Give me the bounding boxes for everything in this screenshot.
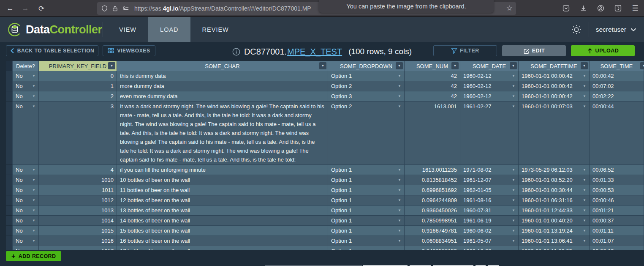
theme-toggle-sun-icon[interactable] — [571, 24, 582, 35]
dropdown-arrow-icon[interactable]: ▼ — [396, 206, 401, 215]
info-icon[interactable] — [232, 48, 240, 56]
row-handle[interactable] — [6, 175, 13, 185]
some-num-cell[interactable]: 42 — [405, 81, 460, 91]
row-handle[interactable] — [6, 226, 13, 236]
delete-cell[interactable]: No▼ — [13, 101, 39, 165]
tab-load[interactable]: LOAD — [148, 17, 190, 42]
dropdown-arrow-icon[interactable]: ▼ — [581, 196, 586, 205]
bookmark-star-icon[interactable]: ☆ — [506, 4, 513, 13]
some-datetime-cell[interactable]: 1960-01-01 00:00:42▼ — [519, 81, 590, 91]
some-char-cell[interactable]: if you can fill the unforgiving minute — [117, 165, 328, 175]
some-num-cell[interactable]: 0.6996851692 — [405, 185, 460, 195]
dropdown-arrow-icon[interactable]: ▼ — [30, 176, 35, 184]
dropdown-arrow-icon[interactable]: ▼ — [581, 92, 586, 101]
some-date-cell[interactable]: 1961-05-07▼ — [460, 236, 519, 246]
column-header-some-num[interactable]: SOME_NUM▼ — [405, 61, 460, 71]
some-datetime-cell[interactable]: 1960-01-01 12:44:33▼ — [519, 206, 590, 216]
some-date-cell[interactable]: 1961-06-19▼ — [460, 216, 519, 226]
some-char-cell[interactable]: even more dummy data — [117, 91, 328, 101]
primary-key-cell[interactable]: 1013 — [39, 206, 117, 216]
some-date-cell[interactable]: 1971-08-02▼ — [460, 165, 519, 175]
edit-button[interactable]: EDIT — [502, 45, 566, 56]
some-datetime-cell[interactable]: 1960-01-01 13:19:24▼ — [519, 226, 590, 236]
some-datetime-cell[interactable]: 1960-01-01 00:07:03▼ — [519, 101, 590, 165]
some-date-cell[interactable]: 1962-01-05▼ — [460, 185, 519, 195]
some-dropdown-cell[interactable]: Option 1▼ — [328, 175, 405, 185]
browser-reload-icon[interactable]: ⟳ — [36, 3, 46, 14]
tab-view[interactable]: VIEW — [107, 17, 148, 42]
primary-key-cell[interactable]: 1016 — [39, 236, 117, 246]
dropdown-arrow-icon[interactable]: ▼ — [510, 165, 515, 174]
menu-icon[interactable]: ☰ — [630, 3, 640, 13]
dropdown-arrow-icon[interactable]: ▼ — [30, 71, 35, 80]
permissions-icon[interactable] — [122, 5, 130, 11]
primary-key-cell[interactable]: 1011 — [39, 185, 117, 195]
dropdown-arrow-icon[interactable]: ▼ — [396, 226, 401, 235]
dropdown-arrow-icon[interactable]: ▼ — [510, 186, 515, 195]
delete-cell[interactable]: No▼ — [13, 226, 39, 236]
lock-icon[interactable] — [112, 5, 118, 12]
dropdown-arrow-icon[interactable]: ▼ — [581, 206, 586, 215]
row-handle[interactable] — [6, 236, 13, 246]
some-num-cell[interactable]: 0.7850998951 — [405, 216, 460, 226]
some-time-cell[interactable]: 00:00:42 — [590, 71, 644, 81]
some-time-cell[interactable]: 00:00:37 — [590, 216, 644, 226]
some-time-cell[interactable]: 00:00:53 — [590, 185, 644, 195]
some-time-cell[interactable]: 00:01:07 — [590, 236, 644, 246]
some-char-cell[interactable]: 12 bottles of beer on the wall — [117, 195, 328, 206]
browser-forward-icon[interactable]: → — [20, 3, 30, 14]
dropdown-arrow-icon[interactable]: ▼ — [396, 82, 401, 90]
browser-back-icon[interactable]: ← — [5, 3, 15, 14]
dropdown-arrow-icon[interactable]: ▼ — [396, 216, 401, 225]
column-header-some-char[interactable]: SOME_CHAR▼ — [117, 61, 328, 71]
column-header-some-time[interactable]: SOME_TIME▼ — [590, 61, 644, 71]
dropdown-arrow-icon[interactable]: ▼ — [30, 92, 35, 101]
delete-cell[interactable]: No▼ — [13, 71, 39, 81]
some-time-cell[interactable]: 00:00:44 — [590, 101, 644, 165]
app-logo[interactable]: DataController — [8, 22, 102, 37]
primary-key-cell[interactable]: 1015 — [39, 226, 117, 236]
delete-cell[interactable]: No▼ — [13, 216, 39, 226]
downloads-icon[interactable] — [579, 3, 588, 13]
dropdown-arrow-icon[interactable]: ▼ — [510, 71, 515, 80]
dropdown-arrow-icon[interactable]: ▼ — [581, 82, 586, 90]
primary-key-cell[interactable]: 1012 — [39, 195, 117, 206]
some-date-cell[interactable]: 1960-06-02▼ — [460, 226, 519, 236]
some-char-cell[interactable]: 16 bottles of beer on the wall — [117, 236, 328, 246]
column-filter-button[interactable]: ▼ — [510, 62, 517, 69]
some-dropdown-cell[interactable]: Option 2▼ — [328, 101, 405, 165]
some-char-cell[interactable]: 13 bottles of beer on the wall — [117, 206, 328, 216]
dropdown-arrow-icon[interactable]: ▼ — [396, 165, 401, 174]
dropdown-arrow-icon[interactable]: ▼ — [581, 236, 586, 245]
some-datetime-cell[interactable]: 1960-01-01 13:06:41▼ — [519, 236, 590, 246]
some-num-cell[interactable]: 0.9360450026 — [405, 206, 460, 216]
some-num-cell[interactable]: 0.0608834951 — [405, 236, 460, 246]
dropdown-arrow-icon[interactable]: ▼ — [396, 176, 401, 184]
some-char-cell[interactable]: this is dummy data — [117, 71, 328, 81]
some-date-cell[interactable]: 1961-02-27▼ — [460, 101, 519, 165]
row-handle[interactable] — [6, 91, 13, 101]
some-time-cell[interactable]: 00:01:21 — [590, 206, 644, 216]
some-date-cell[interactable]: 1961-08-16▼ — [460, 195, 519, 206]
some-dropdown-cell[interactable]: Option 1▼ — [328, 216, 405, 226]
filter-button[interactable]: FILTER — [433, 45, 497, 56]
viewboxes-button[interactable]: VIEWBOXES — [103, 45, 155, 56]
column-filter-button[interactable]: ▼ — [319, 62, 326, 69]
dropdown-arrow-icon[interactable]: ▼ — [581, 102, 586, 111]
some-char-cell[interactable]: 10 bottles of beer on the wall — [117, 175, 328, 185]
dropdown-arrow-icon[interactable]: ▼ — [396, 102, 401, 111]
some-dropdown-cell[interactable]: Option 1▼ — [328, 195, 405, 206]
tab-review[interactable]: REVIEW — [190, 17, 241, 42]
dropdown-arrow-icon[interactable]: ▼ — [581, 165, 586, 174]
some-dropdown-cell[interactable]: Option 1▼ — [328, 185, 405, 195]
some-num-cell[interactable]: 42 — [405, 91, 460, 101]
primary-key-cell[interactable]: 1 — [39, 81, 117, 91]
sidebar-icon[interactable] — [613, 3, 622, 13]
dropdown-arrow-icon[interactable]: ▼ — [510, 216, 515, 225]
some-num-cell[interactable]: 0.8135818452 — [405, 175, 460, 185]
dropdown-arrow-icon[interactable]: ▼ — [510, 176, 515, 184]
column-header-some-datetime[interactable]: SOME_DATETIME▼ — [519, 61, 590, 71]
dropdown-arrow-icon[interactable]: ▼ — [30, 165, 35, 174]
dropdown-arrow-icon[interactable]: ▼ — [396, 196, 401, 205]
primary-key-cell[interactable]: 1010 — [39, 175, 117, 185]
